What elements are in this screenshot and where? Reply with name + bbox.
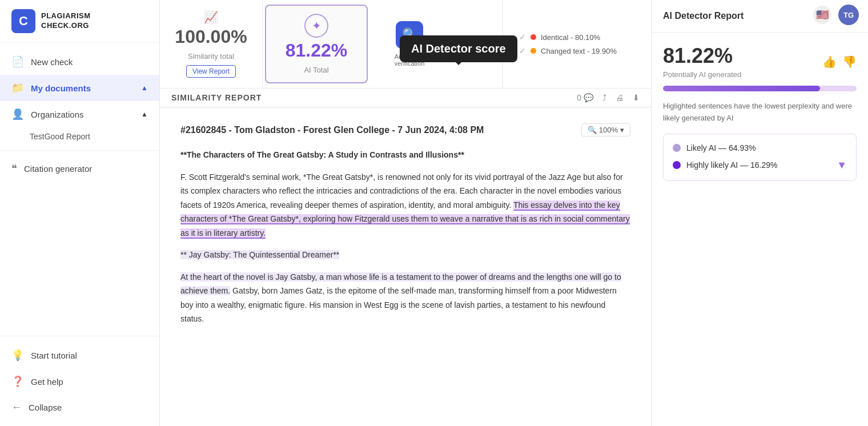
comment-count[interactable]: 0 💬	[577, 93, 593, 102]
doc-subtitle-para: ** Jay Gatsby: The Quintessential Dreame…	[180, 248, 630, 262]
identical-check: ✓ Identical - 80.10%	[519, 33, 635, 42]
ai-score-block: 81.22% Potentially AI generated	[663, 44, 741, 79]
similarity-value: 100.00%	[175, 26, 247, 47]
identical-label: Identical - 80.10%	[541, 33, 600, 42]
ai-legend-card: Likely AI — 64.93% Highly likely AI — 16…	[663, 134, 857, 181]
check-mark-2-icon: ✓	[519, 46, 526, 55]
thumbs-up-icon[interactable]: 👍	[822, 55, 837, 69]
download-icon[interactable]: ⬇	[633, 93, 640, 102]
ai-total-label: AI Total	[304, 66, 328, 74]
view-report-button[interactable]: View Report	[186, 65, 236, 78]
doc-para2: At the heart of the novel is Jay Gatsby,…	[180, 270, 630, 326]
sidebar-bottom: 💡 Start tutorial ❓ Get help ← Collapse	[0, 336, 159, 426]
zoom-value: 100%	[599, 126, 618, 134]
zoom-control[interactable]: 🔍 100% ▾	[581, 123, 630, 136]
highly-likely-dot	[673, 161, 681, 169]
collapse-label: Collapse	[29, 403, 62, 412]
similarity-checks: ✓ Identical - 80.10% ✓ Changed text - 19…	[503, 0, 651, 88]
chevron-down-icon: ▲	[141, 110, 148, 118]
main-content: AI Detector score 📈 100.00% Similarity t…	[160, 0, 651, 426]
ai-score-card[interactable]: ✦ 81.22% AI Total	[265, 5, 368, 83]
sidebar-item-new-check[interactable]: 📄 New check	[0, 49, 159, 75]
zoom-icon: 🔍	[588, 126, 597, 134]
changed-label: Changed text - 19.90%	[541, 47, 617, 55]
right-panel: AI Detector Report ✕ 81.22% Potentially …	[651, 0, 868, 426]
likely-ai-label: Likely AI — 64.93%	[686, 143, 756, 152]
progress-bar-fill	[663, 86, 820, 91]
similarity-label: Similarity total	[188, 52, 234, 61]
panel-body: 81.22% Potentially AI generated 👍 👎 Higl…	[652, 33, 868, 202]
zoom-chevron-icon: ▾	[620, 126, 624, 134]
doc-title: #21602845 - Tom Gladston - Forest Glen C…	[180, 125, 484, 135]
logo-icon: C	[11, 9, 35, 33]
sidebar-divider	[0, 150, 159, 151]
quote-icon: ❝	[11, 162, 17, 175]
changed-check: ✓ Changed text - 19.90%	[519, 46, 635, 55]
expand-icon[interactable]: ▼	[837, 159, 847, 171]
logo-text: PLAGIARISM CHECK.ORG	[41, 11, 91, 31]
doc-subtitle: ** Jay Gatsby: The Quintessential Dreame…	[180, 250, 339, 259]
new-check-label: New check	[31, 57, 73, 67]
help-icon: ❓	[11, 375, 24, 388]
report-header: SIMILARITY REPORT 0 💬 ⤴ 🖨 ⬇	[160, 89, 651, 107]
sidebar-nav: 📄 New check 📁 My documents ▲ 👤 Organizat…	[0, 43, 159, 336]
changed-dot	[531, 48, 536, 54]
logo: C PLAGIARISM CHECK.ORG	[0, 0, 159, 43]
sidebar-item-help[interactable]: ❓ Get help	[0, 368, 159, 395]
progress-bar-container	[663, 86, 857, 91]
report-actions: 0 💬 ⤴ 🖨 ⬇	[577, 93, 640, 102]
report-title: SIMILARITY REPORT	[171, 93, 262, 102]
ai-sparkle-icon: ✦	[304, 14, 328, 38]
sidebar-item-tutorial[interactable]: 💡 Start tutorial	[0, 342, 159, 368]
folder-icon: 📁	[11, 82, 24, 94]
user-avatar[interactable]: TG	[838, 5, 859, 25]
trend-icon: 📈	[204, 10, 218, 24]
share-icon[interactable]: ⤴	[602, 93, 606, 102]
identical-dot	[531, 34, 536, 40]
document-icon: 📄	[11, 55, 24, 68]
organizations-label: Organizations	[31, 110, 84, 119]
print-icon[interactable]: 🖨	[616, 93, 624, 102]
sidebar-item-citation[interactable]: ❝ Citation generator	[0, 155, 159, 182]
ai-score-label: Potentially AI generated	[663, 70, 741, 79]
document-area: #21602845 - Tom Gladston - Forest Glen C…	[160, 107, 651, 426]
bulb-icon: 💡	[11, 349, 24, 361]
sidebar-org-sub-item[interactable]: TestGood Report	[0, 127, 159, 146]
likely-ai-item: Likely AI — 64.93%	[673, 143, 847, 152]
flag-icon: 🇺🇸	[816, 9, 829, 21]
likely-ai-dot	[673, 144, 681, 152]
chevron-up-icon: ▲	[141, 84, 148, 92]
score-topbar: AI Detector score 📈 100.00% Similarity t…	[160, 0, 651, 89]
panel-description: Higlighted sentences have the lowest per…	[663, 101, 857, 124]
tutorial-label: Start tutorial	[31, 351, 77, 360]
collapse-icon: ←	[11, 401, 22, 413]
avatar-initials: TG	[843, 11, 854, 19]
check-mark-icon: ✓	[519, 33, 526, 42]
my-documents-label: My documents	[31, 83, 91, 93]
doc-essay-title: **The Characters of The Great Gatsby: A …	[180, 148, 630, 162]
highly-likely-label: Highly likely AI — 16.29%	[686, 160, 778, 170]
document-content: **The Characters of The Great Gatsby: A …	[180, 148, 630, 326]
similarity-score-card[interactable]: 📈 100.00% Similarity total View Report	[160, 0, 263, 88]
sidebar-item-organizations[interactable]: 👤 Organizations ▲	[0, 101, 159, 127]
ai-feedback-icons: 👍 👎	[822, 55, 857, 69]
sidebar: C PLAGIARISM CHECK.ORG 📄 New check 📁 My …	[0, 0, 160, 426]
people-icon: 👤	[11, 108, 24, 120]
sidebar-item-collapse[interactable]: ← Collapse	[0, 395, 159, 420]
thumbs-down-icon[interactable]: 👎	[842, 55, 857, 69]
para2-rest: Gatsby, born James Gatz, is the epitome …	[180, 286, 617, 323]
panel-title: AI Detector Report	[663, 11, 744, 21]
ai-detector-tooltip: AI Detector score	[400, 35, 517, 62]
doc-meta: #21602845 - Tom Gladston - Forest Glen C…	[180, 123, 630, 136]
help-label: Get help	[31, 377, 63, 387]
highly-likely-item: Highly likely AI — 16.29% ▼	[673, 159, 847, 171]
ai-score-big: 81.22%	[663, 44, 741, 68]
citation-label: Citation generator	[24, 164, 92, 174]
sidebar-item-my-documents[interactable]: 📁 My documents ▲	[0, 75, 159, 101]
doc-para1: F. Scott Fitzgerald's seminal work, *The…	[180, 170, 630, 240]
comment-icon: 💬	[584, 93, 593, 102]
ai-value: 81.22%	[286, 40, 348, 61]
language-selector[interactable]: 🇺🇸	[813, 6, 831, 24]
panel-score-row: 81.22% Potentially AI generated 👍 👎	[663, 44, 857, 79]
